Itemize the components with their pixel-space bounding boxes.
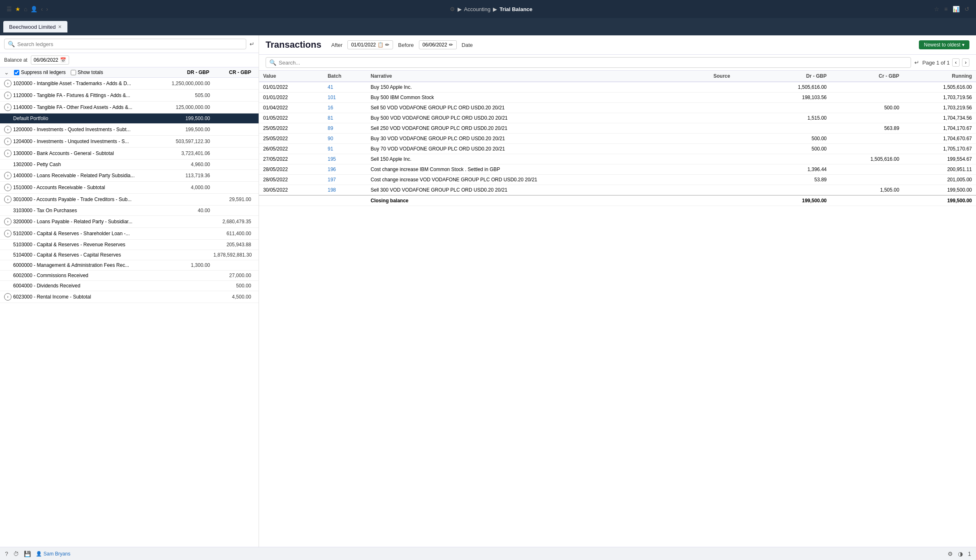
ledger-expand-icon[interactable]: › [4,80,13,87]
page-prev-button[interactable]: ‹ [952,58,960,67]
breadcrumb-accounting[interactable]: Accounting [464,6,490,12]
ledger-item[interactable]: 6002000 - Commissions Received 27,000.00 [0,271,259,281]
ledger-item[interactable]: 6000000 - Management & Administration Fe… [0,260,259,271]
ledger-item[interactable]: › 1204000 - Investments - Unquoted Inves… [0,136,259,148]
tx-batch[interactable]: 89 [324,123,367,134]
table-row[interactable]: 28/05/2022 197 Cost change increase VOD … [259,175,976,185]
ledger-expand-icon[interactable]: › [4,150,13,157]
expand-all-icon[interactable]: ⌄ [4,69,9,76]
list-icon[interactable]: ≡ [944,6,948,12]
ledger-item[interactable]: › 1020000 - Intangible Asset - Trademark… [0,78,259,90]
ledger-expand-icon[interactable]: › [4,138,13,145]
ledger-item[interactable]: › 1200000 - Investments - Quoted Investm… [0,124,259,136]
user-name[interactable]: Sam Bryans [44,551,70,557]
forward-icon[interactable]: › [46,6,48,12]
balance-date-box[interactable]: 06/06/2022 📅 [31,56,69,65]
hamburger-icon[interactable]: ☰ [7,6,12,12]
back-icon[interactable]: ‹ [41,6,43,12]
ledger-item[interactable]: › 6023000 - Rental Income - Subtotal 4,5… [0,291,259,303]
table-row[interactable]: 27/05/2022 195 Sell 150 Apple Inc. 1,505… [259,154,976,164]
ledger-item[interactable]: › 3200000 - Loans Payable - Related Part… [0,216,259,228]
clock-icon[interactable]: ⏱ [13,551,19,557]
ledger-item[interactable]: 1302000 - Petty Cash 4,960.00 [0,160,259,170]
show-totals-checkbox[interactable] [71,70,76,75]
ledger-expand-icon[interactable]: › [4,184,13,191]
ledger-expand-icon[interactable]: › [4,104,13,111]
user-link[interactable]: 👤 Sam Bryans [36,551,70,557]
tx-batch[interactable]: 196 [324,164,367,175]
table-row[interactable]: 01/04/2022 16 Sell 50 VOD VODAFONE GROUP… [259,103,976,113]
after-date-icon[interactable]: 📋 [377,42,384,48]
tx-batch[interactable]: 197 [324,175,367,185]
calendar-icon[interactable]: 📅 [60,57,66,63]
ledger-item[interactable]: › 1510000 - Accounts Receivable - Subtot… [0,182,259,194]
ledger-item[interactable]: 5103000 - Capital & Reserves - Revenue R… [0,240,259,250]
tx-narrative: Sell 300 VOD VODAFONE GROUP PLC ORD USD0… [367,185,710,196]
tx-batch[interactable]: 91 [324,144,367,154]
table-row[interactable]: 01/01/2022 101 Buy 500 IBM Common Stock … [259,93,976,103]
page-next-button[interactable]: › [962,58,969,67]
ledger-item[interactable]: › 3010000 - Accounts Payable - Trade Cre… [0,194,259,206]
table-row[interactable]: 30/05/2022 198 Sell 300 VOD VODAFONE GRO… [259,185,976,196]
tx-batch[interactable]: 41 [324,82,367,93]
table-row[interactable]: 01/05/2022 81 Buy 500 VOD VODAFONE GROUP… [259,113,976,123]
ledger-expand-icon[interactable]: › [4,230,13,237]
chart-icon[interactable]: 📊 [953,6,960,12]
ledger-expand-icon[interactable]: › [4,126,13,133]
ledger-item[interactable]: Default Portfolio 199,500.00 [0,113,259,124]
enter-icon[interactable]: ↵ [250,41,254,47]
tx-batch[interactable]: 16 [324,103,367,113]
before-edit-icon[interactable]: ✏ [449,42,453,48]
tx-search-input[interactable] [279,60,907,66]
table-row[interactable]: 25/05/2022 89 Sell 250 VOD VODAFONE GROU… [259,123,976,134]
search-ledgers-input[interactable] [17,41,243,47]
ledger-expand-icon[interactable]: › [4,293,13,301]
suppress-nil-label[interactable]: Suppress nil ledgers [14,69,66,75]
sort-button[interactable]: Newest to oldest ▾ [919,40,969,49]
refresh-icon[interactable]: ↺ [964,6,969,12]
tx-batch[interactable]: 198 [324,185,367,196]
after-date-box[interactable]: 01/01/2022 📋 ✏ [347,40,393,49]
tx-search-box[interactable]: 🔍 [266,57,911,68]
ledger-expand-icon[interactable]: › [4,196,13,203]
tx-dr [758,154,831,164]
user-icon[interactable]: 👤 [30,6,37,12]
save-icon[interactable]: 💾 [24,551,31,557]
search-ledgers-box[interactable]: 🔍 [4,39,246,49]
show-totals-label[interactable]: Show totals [71,69,103,75]
home-icon[interactable]: ⌂ [24,6,27,12]
help-icon[interactable]: ? [5,551,8,557]
star-icon[interactable]: ★ [15,6,21,12]
cr-header: CR - GBP [217,69,254,75]
left-panel: 🔍 ↵ Balance at 06/06/2022 📅 ⌄ Suppress n… [0,35,259,547]
table-row[interactable]: 26/05/2022 91 Buy 70 VOD VODAFONE GROUP … [259,144,976,154]
ledger-expand-icon[interactable]: › [4,218,13,225]
table-row[interactable]: 01/01/2022 41 Buy 150 Apple Inc. 1,505,6… [259,82,976,93]
settings-icon[interactable]: ⚙ [948,551,953,557]
count-badge[interactable]: 1 [968,551,971,557]
ledger-expand-icon[interactable]: › [4,172,13,179]
ledger-item[interactable]: › 1400000 - Loans Receivable - Related P… [0,170,259,182]
moon-icon[interactable]: ◑ [958,551,963,557]
tx-enter-icon[interactable]: ↵ [914,59,919,66]
tx-batch[interactable]: 81 [324,113,367,123]
ledger-item[interactable]: 6004000 - Dividends Received 500.00 [0,281,259,291]
ledger-item[interactable]: 3103000 - Tax On Purchases 40.00 [0,206,259,216]
tab-close-icon[interactable]: × [58,23,61,30]
ledger-item[interactable]: › 1300000 - Bank Accounts - General - Su… [0,148,259,160]
ledger-expand-icon[interactable]: › [4,92,13,99]
after-edit-icon[interactable]: ✏ [385,42,389,48]
tab-beechwood[interactable]: Beechwood Limited × [3,21,67,32]
ledger-item[interactable]: › 5102000 - Capital & Reserves - Shareho… [0,228,259,240]
ledger-item[interactable]: › 1140000 - Tangible FA - Other Fixed As… [0,102,259,113]
suppress-nil-checkbox[interactable] [14,70,19,75]
table-row[interactable]: 28/05/2022 196 Cost change increase IBM … [259,164,976,175]
favorites-icon[interactable]: ☆ [934,6,939,12]
tx-batch[interactable]: 90 [324,134,367,144]
tx-batch[interactable]: 101 [324,93,367,103]
table-row[interactable]: 25/05/2022 90 Buy 30 VOD VODAFONE GROUP … [259,134,976,144]
tx-batch[interactable]: 195 [324,154,367,164]
ledger-item[interactable]: › 1120000 - Tangible FA - Fixtures & Fit… [0,90,259,102]
ledger-item[interactable]: 5104000 - Capital & Reserves - Capital R… [0,250,259,260]
before-date-box[interactable]: 06/06/2022 ✏ [419,40,457,49]
